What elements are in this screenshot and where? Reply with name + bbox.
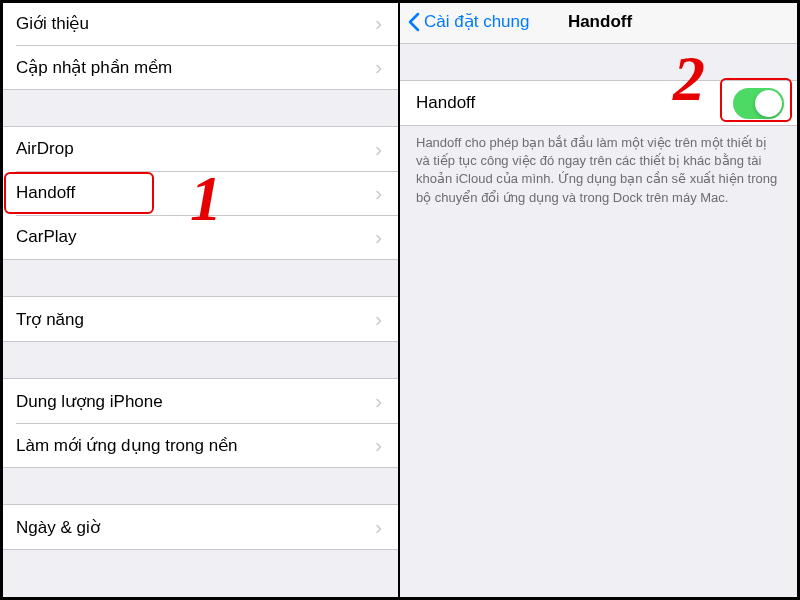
row-about[interactable]: Giới thiệu ›: [0, 1, 398, 45]
cell-label: Làm mới ứng dụng trong nền: [16, 435, 375, 456]
cell-label: Trợ năng: [16, 309, 375, 330]
settings-group-4: Dung lượng iPhone › Làm mới ứng dụng tro…: [0, 378, 398, 468]
group-spacer: [0, 90, 398, 126]
chevron-right-icon: ›: [375, 182, 382, 205]
cell-label: Dung lượng iPhone: [16, 391, 375, 412]
row-handoff[interactable]: Handoff ›: [0, 171, 398, 215]
cell-label: CarPlay: [16, 227, 375, 247]
chevron-right-icon: ›: [375, 308, 382, 331]
row-date-time[interactable]: Ngày & giờ ›: [0, 505, 398, 549]
back-button[interactable]: Cài đặt chung: [408, 11, 529, 32]
cell-label: Cập nhật phần mềm: [16, 57, 375, 78]
chevron-right-icon: ›: [375, 390, 382, 413]
handoff-description: Handoff cho phép bạn bắt đầu làm một việ…: [400, 126, 800, 215]
page-title: Handoff: [568, 12, 632, 32]
cell-label: Handoff: [16, 183, 375, 203]
chevron-right-icon: ›: [375, 226, 382, 249]
chevron-right-icon: ›: [375, 516, 382, 539]
group-spacer: [0, 260, 398, 296]
general-settings-panel: Giới thiệu › Cập nhật phần mềm › AirDrop…: [0, 0, 400, 600]
row-iphone-storage[interactable]: Dung lượng iPhone ›: [0, 379, 398, 423]
group-spacer: [400, 44, 800, 80]
handoff-toggle-group: Handoff: [400, 80, 800, 126]
cell-label: Ngày & giờ: [16, 517, 375, 538]
back-label: Cài đặt chung: [424, 11, 529, 32]
cell-label: AirDrop: [16, 139, 375, 159]
row-handoff-toggle[interactable]: Handoff: [400, 81, 800, 125]
settings-group-2: AirDrop › Handoff › CarPlay ›: [0, 126, 398, 260]
row-carplay[interactable]: CarPlay ›: [0, 215, 398, 259]
chevron-left-icon: [408, 12, 420, 32]
settings-group-3: Trợ năng ›: [0, 296, 398, 342]
toggle-knob: [755, 90, 782, 117]
row-airdrop[interactable]: AirDrop ›: [0, 127, 398, 171]
chevron-right-icon: ›: [375, 434, 382, 457]
handoff-settings-panel: Cài đặt chung Handoff Handoff Handoff ch…: [400, 0, 800, 600]
chevron-right-icon: ›: [375, 56, 382, 79]
settings-group-1: Giới thiệu › Cập nhật phần mềm ›: [0, 0, 398, 90]
chevron-right-icon: ›: [375, 138, 382, 161]
row-software-update[interactable]: Cập nhật phần mềm ›: [0, 45, 398, 89]
cell-label: Giới thiệu: [16, 13, 375, 34]
group-spacer: [0, 342, 398, 378]
navigation-bar: Cài đặt chung Handoff: [400, 0, 800, 44]
settings-group-5: Ngày & giờ ›: [0, 504, 398, 550]
chevron-right-icon: ›: [375, 12, 382, 35]
row-accessibility[interactable]: Trợ năng ›: [0, 297, 398, 341]
row-background-refresh[interactable]: Làm mới ứng dụng trong nền ›: [0, 423, 398, 467]
handoff-toggle[interactable]: [733, 88, 784, 119]
group-spacer: [0, 468, 398, 504]
cell-label: Handoff: [416, 93, 733, 113]
